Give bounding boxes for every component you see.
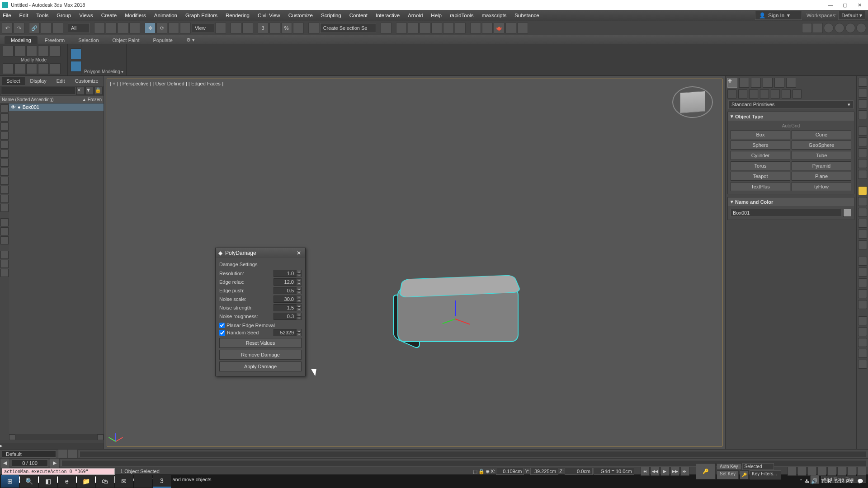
menu-rendering[interactable]: Rendering	[226, 13, 250, 18]
mini-tool[interactable]	[858, 186, 867, 195]
autokey-button[interactable]: Auto Key	[717, 463, 741, 470]
spin-down[interactable]: ▾	[296, 273, 302, 277]
noise-roughness-spinner[interactable]	[274, 313, 296, 320]
menu-customize[interactable]: Customize	[288, 13, 313, 18]
autogrid-checkbox[interactable]: AutoGrid	[731, 123, 851, 128]
mail-taskbar-icon[interactable]: ✉	[115, 475, 133, 488]
name-color-rollout-header[interactable]: ▾ Name and Color	[728, 197, 854, 206]
menu-maxscripts[interactable]: maxscripts	[481, 13, 506, 18]
extra-4[interactable]	[835, 23, 844, 33]
spin-down[interactable]: ▾	[296, 291, 302, 294]
percent-snap-button[interactable]: %	[281, 23, 292, 33]
mini-tool[interactable]	[858, 289, 867, 298]
ribbon-c1[interactable]	[71, 48, 81, 59]
mini-tool[interactable]	[858, 197, 867, 206]
mini-tool[interactable]	[858, 78, 867, 87]
resolution-spinner[interactable]	[274, 270, 296, 277]
pan-view-button[interactable]	[788, 467, 797, 476]
object-name-input[interactable]	[731, 209, 841, 217]
tray-up-icon[interactable]: ˄	[800, 479, 802, 484]
menu-graph-editors[interactable]: Graph Editors	[185, 13, 217, 18]
material-editor-button[interactable]	[455, 23, 466, 33]
eye-icon[interactable]: 👁	[11, 104, 16, 110]
unlink-button[interactable]	[41, 23, 52, 33]
render-setup-button[interactable]	[470, 23, 481, 33]
filter-icon[interactable]	[0, 159, 9, 167]
render-interactive-button[interactable]	[517, 23, 528, 33]
mini-tool[interactable]	[858, 300, 867, 309]
render-production-button[interactable]: 🫖	[494, 23, 505, 33]
noise-strength-spinner[interactable]	[274, 304, 296, 311]
selection-filter-dropdown[interactable]: All	[68, 23, 90, 33]
zoom-extents-button[interactable]	[817, 467, 826, 476]
align-button[interactable]	[396, 23, 407, 33]
geosphere-button[interactable]: GeoSphere	[792, 141, 851, 150]
scene-item-box001[interactable]: 👁 ● Box001	[9, 103, 104, 111]
mini-tool[interactable]	[858, 230, 867, 239]
filter-icon[interactable]	[0, 168, 9, 176]
select-move-button[interactable]: ✥	[145, 23, 156, 33]
ribbon-b3[interactable]	[26, 63, 37, 74]
max-viewport-button[interactable]	[857, 467, 866, 476]
rendered-frame-button[interactable]	[482, 23, 493, 33]
spin-down[interactable]: ▾	[296, 333, 302, 336]
app-taskbar-icon[interactable]	[134, 475, 152, 488]
extra-5[interactable]	[845, 23, 855, 33]
create-tab[interactable]: ✚	[727, 78, 737, 88]
mini-tool[interactable]	[858, 267, 867, 277]
box-button[interactable]: Box	[731, 130, 790, 139]
textplus-button[interactable]: TextPlus	[731, 182, 790, 191]
store-taskbar-icon[interactable]: 🛍	[96, 475, 114, 488]
sub-border-button[interactable]	[26, 46, 37, 56]
torus-button[interactable]: Torus	[731, 161, 790, 170]
menu-file[interactable]: File	[3, 13, 11, 18]
scene-clear-icon[interactable]: ✕	[76, 87, 85, 95]
gizmo-z-axis[interactable]	[455, 300, 456, 316]
sub-edge-button[interactable]	[14, 46, 25, 56]
scene-tab-select[interactable]: Select	[2, 77, 25, 85]
mini-tool[interactable]	[858, 89, 867, 98]
dialog-close-button[interactable]: ✕	[295, 250, 302, 256]
spin-up[interactable]: ▴	[296, 287, 302, 291]
filter-icon[interactable]	[0, 104, 9, 113]
filter-icon[interactable]	[0, 150, 9, 158]
scene-lock-icon[interactable]: 🔒	[94, 87, 103, 95]
zoom-button[interactable]	[807, 467, 816, 476]
key-mode-dropdown[interactable]: Selected	[742, 463, 774, 470]
select-place-button[interactable]	[180, 23, 191, 33]
object-type-rollout-header[interactable]: ▾ Object Type	[728, 112, 854, 121]
undo-button[interactable]: ↶	[2, 23, 13, 33]
remove-damage-button[interactable]: Remove Damage	[219, 350, 302, 360]
scene-header-frozen[interactable]: ▲ Frozen	[82, 97, 102, 102]
spin-up[interactable]: ▴	[296, 270, 302, 273]
select-scale-button[interactable]	[168, 23, 179, 33]
teapot-button[interactable]: Teapot	[731, 172, 790, 181]
mini-tool[interactable]	[858, 159, 867, 168]
mini-tool[interactable]	[858, 316, 867, 325]
scene-tab-display[interactable]: Display	[26, 77, 51, 85]
ribbon-b5[interactable]	[50, 63, 61, 74]
filter-icon[interactable]	[0, 141, 9, 149]
workspace-dropdown[interactable]: Default ▾	[838, 11, 865, 20]
mirror-button[interactable]	[381, 23, 392, 33]
curve-editor-button[interactable]	[431, 23, 442, 33]
scene-header-name[interactable]: Name (Sorted Ascending)	[2, 97, 82, 102]
ribbon-b2[interactable]	[14, 63, 25, 74]
mini-tool[interactable]	[858, 219, 867, 228]
next-frame-button[interactable]: ▶▶	[670, 467, 679, 476]
random-seed-spinner[interactable]	[274, 329, 296, 336]
motion-tab[interactable]	[763, 78, 773, 88]
apply-damage-button[interactable]: Apply Damage	[219, 361, 302, 371]
tray-time[interactable]: 5:14 PM	[835, 479, 854, 484]
modify-tab[interactable]	[739, 78, 749, 88]
spin-down[interactable]: ▾	[296, 282, 302, 286]
menu-content[interactable]: Content	[349, 13, 368, 18]
spin-up[interactable]: ▴	[296, 329, 302, 333]
select-object-button[interactable]	[94, 23, 105, 33]
menu-substance[interactable]: Substance	[514, 13, 539, 18]
play-button[interactable]: ▶	[660, 467, 670, 476]
mini-tool[interactable]	[858, 137, 867, 146]
filter-icon[interactable]	[0, 260, 9, 268]
search-button[interactable]: 🔍	[20, 475, 38, 488]
filter-icon[interactable]	[0, 122, 9, 131]
